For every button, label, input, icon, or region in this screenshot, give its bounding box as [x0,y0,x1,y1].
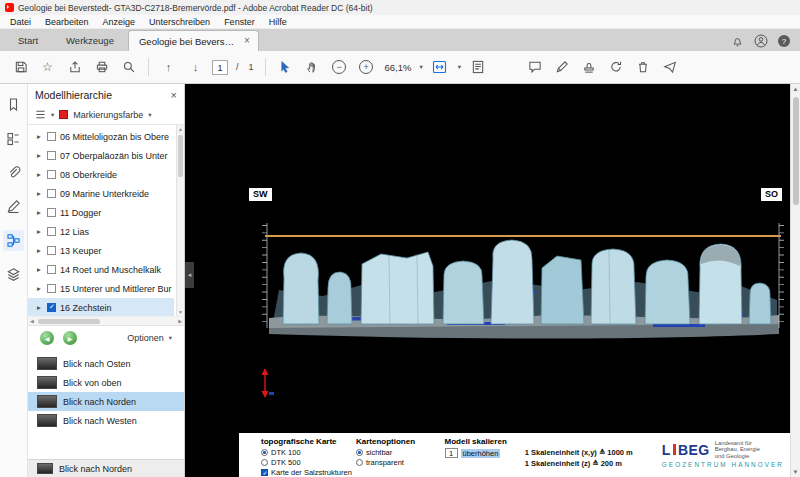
expander-icon[interactable]: ▸ [37,284,43,293]
tree-options-caret-icon[interactable]: ▾ [51,111,54,119]
layer-checkbox[interactable] [47,170,56,179]
tree-item[interactable]: ▸ 07 Oberpaläozän bis Unter [28,146,174,165]
model-3d-scene[interactable] [185,84,789,433]
expander-icon[interactable]: ▸ [37,265,43,274]
tree-item[interactable]: ▸ 08 Oberkreide [28,165,174,184]
layer-checkbox[interactable] [47,227,56,236]
expander-icon[interactable]: ▸ [37,151,43,160]
layer-checkbox[interactable] [47,246,56,255]
scrollbar-thumb[interactable] [793,97,799,205]
panel-collapse-button[interactable]: ◂ [185,262,194,288]
scrollbar-thumb[interactable] [38,319,100,324]
expander-icon[interactable]: ▸ [37,170,43,179]
menu-anzeige[interactable]: Anzeige [96,15,143,29]
account-icon[interactable] [754,34,768,48]
comment-button[interactable] [524,57,545,78]
document-area[interactable]: ◂ SW SO topografische Karte DTK 100 DTK … [185,84,800,477]
next-page-button[interactable]: ↓ [185,57,206,78]
salt-structures-checkbox-row[interactable]: Karte der Salzstrukturen [261,468,356,477]
menu-hilfe[interactable]: Hilfe [262,15,294,29]
layer-checkbox[interactable] [47,265,56,274]
scroll-right-icon[interactable]: ▶ [178,318,182,324]
menu-unterschreiben[interactable]: Unterschreiben [142,15,217,29]
fill-sign-button[interactable] [551,57,572,78]
views-footer-bar[interactable]: Blick nach Norden [28,459,184,477]
delete-button[interactable] [632,57,653,78]
previous-view-button[interactable]: ◀ [40,331,54,345]
rotate-view-button[interactable] [605,57,626,78]
view-item-selected[interactable]: Blick nach Norden [28,392,184,411]
menu-fenster[interactable]: Fenster [217,15,262,29]
scroll-up-icon[interactable]: ▲ [791,86,800,92]
scroll-down-icon[interactable]: ▼ [791,469,800,475]
expander-icon[interactable]: ▸ [37,208,43,217]
salt-structures-checkbox[interactable] [261,469,268,476]
tree-item[interactable]: ▸ 15 Unterer und Mittlerer Bur [28,279,174,298]
stamp-button[interactable] [578,57,599,78]
view-item[interactable]: Blick nach Osten [28,354,184,373]
marker-color-caret-icon[interactable]: ▾ [148,111,151,119]
favorite-star-button[interactable]: ☆ [37,57,58,78]
tree-item[interactable]: ▸ 06 Mitteloligozän bis Obere [28,127,174,146]
layers-icon[interactable] [3,264,24,285]
menu-bearbeiten[interactable]: Bearbeiten [38,15,96,29]
view-item[interactable]: Blick von oben [28,373,184,392]
zoom-out-button[interactable]: − [329,57,350,78]
options-menu[interactable]: Optionen ▾ [127,333,172,343]
tree-vertical-scrollbar[interactable]: ▲ ▼ [176,125,184,316]
tree-horizontal-scrollbar[interactable]: ◀ ▶ [28,317,184,326]
share-button[interactable] [64,57,85,78]
tree-item[interactable]: ▸ 12 Lias [28,222,174,241]
save-button[interactable] [10,57,31,78]
page-thumbnails-icon[interactable] [3,128,24,149]
expander-icon[interactable]: ▸ [37,189,43,198]
exaggeration-label[interactable]: überhöhen [461,449,501,458]
tree-item-selected[interactable]: ▸ 16 Zechstein [28,298,174,317]
scroll-down-icon[interactable]: ▼ [177,309,184,315]
view-item[interactable]: Blick nach Westen [28,411,184,430]
tree-options-icon[interactable] [35,109,46,120]
layer-checkbox[interactable] [47,189,56,198]
previous-page-button[interactable]: ↑ [158,57,179,78]
expander-icon[interactable]: ▸ [37,246,43,255]
radio-dtk500-icon[interactable] [261,459,268,466]
help-icon[interactable]: ? [778,35,790,47]
search-button[interactable] [118,57,139,78]
print-button[interactable] [91,57,112,78]
scroll-up-icon[interactable]: ▲ [177,126,184,132]
page-display-button[interactable] [467,57,488,78]
scroll-left-icon[interactable]: ◀ [30,318,34,324]
radio-dtk100-icon[interactable] [261,449,268,456]
tab-start[interactable]: Start [4,30,52,51]
scale-factor-input[interactable]: 1 [445,448,458,458]
radio-sichtbar[interactable]: sichtbar [356,448,445,457]
layer-checkbox[interactable] [47,284,56,293]
tree-item[interactable]: ▸ 13 Keuper [28,241,174,260]
panel-close-icon[interactable]: × [171,89,177,101]
scrollbar-thumb[interactable] [178,135,183,177]
attachments-icon[interactable] [3,162,24,183]
tree-item[interactable]: ▸ 11 Dogger [28,203,174,222]
radio-sichtbar-icon[interactable] [356,449,363,456]
radio-dtk100[interactable]: DTK 100 [261,448,356,457]
bookmarks-icon[interactable] [3,94,24,115]
select-tool-button[interactable] [275,57,296,78]
marker-color-swatch[interactable] [59,110,68,119]
marker-color-label[interactable]: Markierungsfarbe [73,110,143,120]
expander-icon[interactable]: ▸ [37,132,43,141]
hand-tool-button[interactable] [302,57,323,78]
page-number-input[interactable]: 1 [212,60,228,75]
radio-transparent[interactable]: transparent [356,458,445,467]
zoom-level-value[interactable]: 66,1% [385,62,412,73]
fit-width-button[interactable] [429,57,450,78]
expander-icon[interactable]: ▸ [37,227,43,236]
next-view-button[interactable]: ▶ [63,331,77,345]
menu-datei[interactable]: Datei [3,15,38,29]
tab-werkzeuge[interactable]: Werkzeuge [52,30,128,51]
layer-checkbox-checked[interactable] [47,303,56,312]
tree-item[interactable]: ▸ 14 Roet und Muschelkalk [28,260,174,279]
expander-icon[interactable]: ▸ [37,303,43,312]
layer-checkbox[interactable] [47,132,56,141]
tab-close-icon[interactable]: × [244,36,250,46]
signature-icon[interactable] [3,196,24,217]
